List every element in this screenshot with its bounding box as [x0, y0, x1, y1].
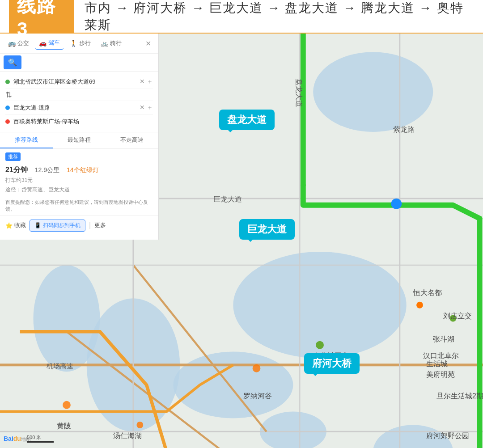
waypoint-via-label: 巨龙大道-道路 [13, 104, 140, 112]
more-button[interactable]: 更多 [94, 221, 106, 229]
waypoint-end: 百联奥特莱斯广场-停车场 [5, 115, 153, 128]
tab-bus[interactable]: 🚌 公交 [4, 38, 33, 49]
star-icon: ⭐ [5, 222, 13, 229]
tab-no-highway[interactable]: 不走高速 [106, 132, 158, 148]
waypoint-dot-end [5, 119, 10, 124]
svg-text:张斗湖: 张斗湖 [433, 335, 454, 343]
svg-text:黄陂: 黄陂 [57, 422, 71, 430]
bus-icon: 🚌 [8, 40, 16, 47]
sidebar-panel: 🚌 公交 🚗 驾车 🚶 步行 🚲 骑行 ✕ 🔍 [0, 34, 159, 240]
route-stats: 21分钟 12.9公里 14个红绿灯 [5, 165, 153, 175]
route-via: 途径：岱黄高速、巨龙大道 [5, 186, 153, 194]
svg-text:刘店立交: 刘店立交 [443, 312, 472, 320]
tab-bike[interactable]: 🚲 骑行 [97, 38, 125, 49]
map-label-julong: 巨龙大道 [239, 219, 295, 240]
walk-icon: 🚶 [70, 40, 77, 47]
waypoint-clear-via[interactable]: ✕ [140, 104, 145, 112]
waypoints-list: 湖北省武汉市江岸区金桥大道69 ✕ ＋ ⇅ 巨龙大道-道路 ✕ ＋ 百联奥特莱斯 [0, 72, 158, 132]
svg-text:汤仁海湖: 汤仁海湖 [113, 431, 142, 440]
waypoint-add-start[interactable]: ＋ [147, 78, 153, 86]
swap-arrows-icon[interactable]: ⇅ [5, 90, 12, 100]
search-bar: 🔍 [0, 54, 158, 72]
route-type-tabs: 推荐路线 最短路程 不走高速 [0, 132, 158, 149]
svg-point-22 [63, 401, 71, 409]
scale-bar: 500 米 [27, 434, 54, 443]
waypoint-via-actions: ✕ ＋ [140, 104, 153, 112]
route-fare: 打车约31元 [5, 177, 153, 184]
svg-text:旦尔生活城2期: 旦尔生活城2期 [436, 392, 483, 400]
waypoint-via: 巨龙大道-道路 ✕ ＋ [5, 101, 153, 115]
svg-text:巨龙大道: 巨龙大道 [213, 195, 242, 203]
svg-text:汉口北卓尔: 汉口北卓尔 [423, 351, 459, 359]
waypoint-start-label: 湖北省武汉市江岸区金桥大道69 [13, 78, 140, 86]
transport-tabs: 🚌 公交 🚗 驾车 🚶 步行 🚲 骑行 ✕ [0, 34, 158, 54]
tab-walk[interactable]: 🚶 步行 [66, 38, 94, 49]
tab-shortest[interactable]: 最短路程 [53, 132, 106, 148]
svg-text:恒大名都: 恒大名都 [413, 288, 442, 296]
route-distance: 12.9公里 [35, 166, 59, 174]
search-button[interactable]: 🔍 [4, 55, 21, 69]
route-info: 21分钟 12.9公里 14个红绿灯 打车约31元 途径：岱黄高速、巨龙大道 [0, 163, 158, 196]
map-label-panlong: 盘龙大道 [219, 110, 275, 130]
route-lights: 14个红绿灯 [67, 166, 99, 174]
waypoint-end-label: 百联奥特莱斯广场-停车场 [13, 118, 153, 126]
recommend-badge: 推荐 [5, 152, 21, 161]
map-label-fuhe: 府河大桥 [304, 353, 360, 374]
page-header: 线路3 市内 → 府河大桥 → 巨龙大道 → 盘龙大道 → 腾龙大道 → 奥特莱… [0, 0, 483, 34]
bike-icon: 🚲 [101, 40, 108, 47]
waypoint-add-via[interactable]: ＋ [147, 104, 153, 112]
waypoint-start: 湖北省武汉市江岸区金桥大道69 ✕ ＋ [5, 75, 153, 89]
close-button[interactable]: ✕ [143, 38, 154, 49]
svg-point-26 [416, 302, 423, 309]
route-time: 21分钟 [5, 165, 28, 175]
svg-text:生活城: 生活城 [426, 359, 448, 368]
svg-text:紫龙路: 紫龙路 [393, 125, 415, 133]
tab-drive[interactable]: 🚗 驾车 [35, 37, 64, 50]
svg-point-24 [253, 364, 261, 372]
disclaimer-text: 百度提醒您：如果您有任何意见和建议，请到百度地图投诉中心反馈。 [0, 196, 158, 216]
svg-point-23 [136, 422, 143, 428]
main-content: 盘龙大道 巨龙大道 紫龙路 机场高速 黄陂 汤仁海湖 新坝 丰荷山互通 罗纳河谷… [0, 34, 483, 448]
svg-text:盘龙大道: 盘龙大道 [295, 79, 303, 107]
waypoint-start-actions: ✕ ＋ [140, 78, 153, 86]
waypoint-dot-start [5, 80, 10, 84]
bottom-actions: ⭐ 收藏 📱 扫码同步到手机 | 更多 [0, 216, 158, 235]
svg-point-21 [391, 199, 402, 209]
action-separator: | [89, 221, 91, 229]
svg-text:罗纳河谷: 罗纳河谷 [243, 392, 272, 400]
svg-text:美府明苑: 美府明苑 [426, 370, 455, 378]
svg-text:府河郊野公园: 府河郊野公园 [426, 431, 469, 440]
waypoint-dot-via [5, 106, 10, 110]
sync-phone-button[interactable]: 📱 扫码同步到手机 [30, 220, 85, 232]
tab-recommended[interactable]: 推荐路线 [0, 132, 53, 148]
save-button[interactable]: ⭐ 收藏 [5, 221, 26, 229]
waypoint-arrows: ⇅ [5, 89, 153, 101]
svg-point-25 [316, 341, 324, 349]
drive-icon: 🚗 [39, 39, 47, 46]
route-title: 市内 → 府河大桥 → 巨龙大道 → 盘龙大道 → 腾龙大道 → 奥特莱斯 [85, 0, 474, 34]
qrcode-icon: 📱 [34, 222, 41, 228]
waypoint-clear-start[interactable]: ✕ [140, 78, 145, 86]
svg-text:机场高速: 机场高速 [47, 363, 73, 370]
